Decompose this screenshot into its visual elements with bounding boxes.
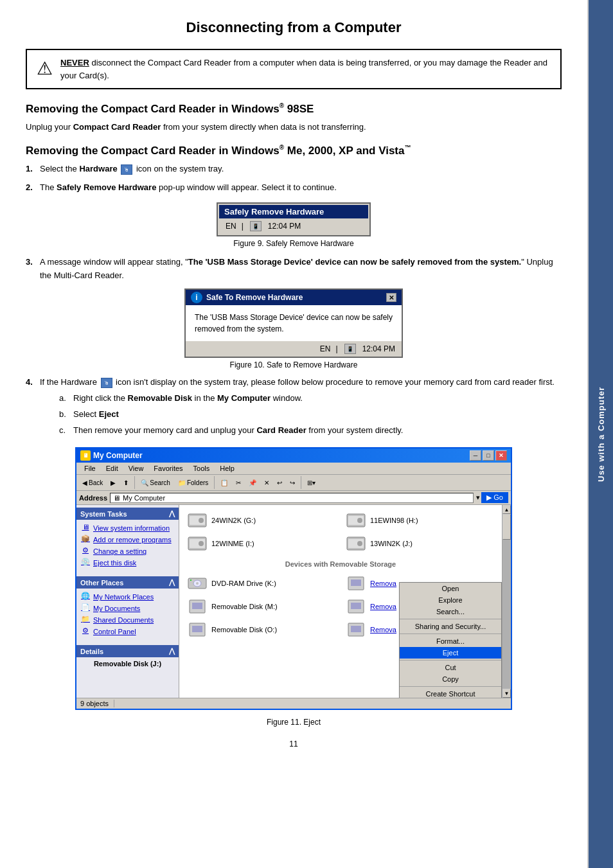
hdd-icon-i bbox=[187, 535, 208, 553]
ctx-copy[interactable]: Copy bbox=[400, 673, 501, 685]
ctx-create-shortcut[interactable]: Create Shortcut bbox=[400, 688, 501, 698]
tb-up-button[interactable]: ⬆ bbox=[120, 478, 132, 488]
ctx-format[interactable]: Format... bbox=[400, 635, 501, 647]
side-tab-label: Use with a Computer bbox=[596, 386, 606, 481]
drive-h-label: 11EWIN98 (H:) bbox=[370, 517, 418, 524]
win-restore-button[interactable]: □ bbox=[483, 450, 494, 461]
eject-disk-label: Eject this disk bbox=[93, 559, 136, 567]
ctx-search[interactable]: Search... bbox=[400, 606, 501, 617]
win-main-area: 24WIN2K (G:) 11EWIN98 (H:) bbox=[179, 505, 502, 698]
sidebar-details-header[interactable]: Details ⋀ bbox=[76, 645, 179, 657]
sidebar-other-places: Other Places ⋀ 🌐 My Network Places 📄 bbox=[76, 576, 179, 640]
tb-redo-button[interactable]: ↪ bbox=[287, 478, 298, 488]
tb-cut-button[interactable]: ✂ bbox=[233, 478, 244, 488]
section1-body: Unplug your Compact Card Reader from you… bbox=[26, 121, 562, 134]
go-button[interactable]: ▶ Go bbox=[481, 492, 508, 503]
shared-icon: 📁 bbox=[80, 615, 91, 625]
tb-undo-button[interactable]: ↩ bbox=[274, 478, 285, 488]
tb-folders-button[interactable]: 📁 Folders bbox=[175, 478, 211, 488]
svg-rect-25 bbox=[351, 626, 361, 632]
sidebar-details: Details ⋀ Removable Disk (J:) bbox=[76, 645, 179, 670]
win-minimize-button[interactable]: ─ bbox=[470, 450, 481, 461]
addr-dropdown[interactable]: ▾ bbox=[476, 493, 480, 502]
svg-point-14 bbox=[196, 582, 199, 585]
address-field[interactable]: 🖥 My Computer bbox=[110, 493, 474, 503]
svg-rect-19 bbox=[192, 603, 202, 609]
sidebar-link-shared[interactable]: 📁 Shared Documents bbox=[80, 614, 175, 626]
figure9-separator: | bbox=[242, 222, 244, 231]
menu-file[interactable]: File bbox=[79, 463, 101, 474]
scroll-down-button[interactable]: ▼ bbox=[502, 689, 511, 698]
sidebar-system-tasks-header[interactable]: System Tasks ⋀ bbox=[76, 508, 179, 520]
ctx-sep2 bbox=[400, 633, 501, 634]
menu-help[interactable]: Help bbox=[215, 463, 240, 474]
removable2-label: Remova bbox=[370, 603, 396, 610]
addr-icon: 🖥 bbox=[113, 494, 120, 502]
tb-copy-button[interactable]: 📋 bbox=[217, 478, 231, 488]
tb-back-button[interactable]: ◀ Back bbox=[79, 478, 106, 488]
figure9-title: My Computer Safely Remove Hardware bbox=[219, 205, 368, 218]
sidebar-other-places-header[interactable]: Other Places ⋀ bbox=[76, 576, 179, 589]
ctx-open[interactable]: Open bbox=[400, 583, 501, 594]
steps-list: 1. Select the Hardware 🖱 icon on the sys… bbox=[26, 163, 562, 195]
win-close-button[interactable]: ✕ bbox=[495, 450, 507, 461]
system-tasks-collapse-icon: ⋀ bbox=[169, 509, 175, 518]
step-3: 3. A message window will appear stating,… bbox=[26, 256, 562, 283]
other-places-label: Other Places bbox=[80, 579, 123, 587]
menu-tools[interactable]: Tools bbox=[188, 463, 215, 474]
drive-item-i[interactable]: 12WINME (I:) bbox=[184, 533, 338, 554]
drive-g-label: 24WIN2K (G:) bbox=[211, 517, 256, 524]
menu-view[interactable]: View bbox=[123, 463, 149, 474]
drive-item-h[interactable]: 11EWIN98 (H:) bbox=[343, 510, 497, 531]
sidebar-other-places-content: 🌐 My Network Places 📄 My Documents 📁 Sh bbox=[76, 589, 179, 640]
tb-delete-button[interactable]: ✕ bbox=[261, 478, 272, 488]
tb-search-icon: 🔍 bbox=[141, 479, 148, 486]
figure10-en: EN bbox=[320, 344, 331, 353]
sidebar-link-controlpanel[interactable]: ⚙ Control Panel bbox=[80, 626, 175, 637]
drive-item-j[interactable]: 13WIN2K (J:) bbox=[343, 533, 497, 554]
svg-point-15 bbox=[190, 580, 191, 581]
ctx-cut[interactable]: Cut bbox=[400, 662, 501, 673]
tb-forward-button[interactable]: ▶ bbox=[107, 478, 119, 488]
sidebar-link-view-system[interactable]: 🖥 View system information bbox=[80, 522, 175, 534]
sidebar-link-network[interactable]: 🌐 My Network Places bbox=[80, 591, 175, 603]
menu-favorites[interactable]: Favorites bbox=[148, 463, 188, 474]
sub-step-b: b. Select Eject bbox=[59, 408, 555, 421]
mydocs-label: My Documents bbox=[93, 605, 140, 612]
tb-search-button[interactable]: 🔍 Search bbox=[138, 478, 173, 488]
tb-views-button[interactable]: ⊞▾ bbox=[304, 478, 319, 488]
scroll-thumb[interactable] bbox=[502, 514, 511, 540]
figure10-body-line1: The 'USB Mass Storage Device' device can… bbox=[195, 313, 393, 322]
tb-paste-button[interactable]: 📌 bbox=[245, 478, 260, 488]
win-scrollbar[interactable]: ▲ ▼ bbox=[502, 505, 511, 698]
ctx-sharing[interactable]: Sharing and Security... bbox=[400, 621, 501, 632]
step-4-num: 4. bbox=[26, 376, 36, 389]
removable-icon-2 bbox=[346, 598, 366, 616]
drive-item-m[interactable]: Removable Disk (M:) bbox=[184, 596, 338, 617]
controlpanel-label: Control Panel bbox=[93, 628, 136, 635]
popup-close-button[interactable]: ✕ bbox=[386, 293, 396, 302]
tb-sep3 bbox=[301, 476, 301, 489]
sidebar-link-add-remove[interactable]: 📦 Add or remove programs bbox=[80, 534, 175, 545]
ctx-explore[interactable]: Explore bbox=[400, 594, 501, 606]
svg-point-5 bbox=[357, 518, 362, 523]
view-system-label: View system information bbox=[93, 524, 170, 532]
page-number: 11 bbox=[26, 740, 562, 748]
drive-item-k[interactable]: DVD-RAM Drive (K:) bbox=[184, 573, 338, 594]
ctx-sep3 bbox=[400, 660, 501, 660]
ctx-eject[interactable]: Eject bbox=[400, 647, 501, 659]
figure9-body: EN | 📱 12:04 PM bbox=[219, 218, 368, 234]
menu-edit[interactable]: Edit bbox=[101, 463, 123, 474]
figure9-container: My Computer Safely Remove Hardware EN | … bbox=[26, 202, 562, 248]
figure9-en: EN bbox=[226, 222, 236, 231]
drive-item-o[interactable]: Removable Disk (O:) bbox=[184, 619, 338, 640]
sidebar-link-eject-disk[interactable]: 💿 Eject this disk bbox=[80, 557, 175, 569]
ctx-sep1 bbox=[400, 619, 501, 619]
drive-item-g[interactable]: 24WIN2K (G:) bbox=[184, 510, 338, 531]
warning-icon: ⚠ bbox=[37, 58, 53, 79]
scroll-track bbox=[502, 514, 511, 689]
warning-rest: disconnect the Compact Card Reader from … bbox=[60, 58, 547, 80]
sidebar-link-change-setting[interactable]: ⚙ Change a setting bbox=[80, 545, 175, 557]
scroll-up-button[interactable]: ▲ bbox=[502, 505, 511, 514]
sidebar-link-mydocs[interactable]: 📄 My Documents bbox=[80, 603, 175, 614]
